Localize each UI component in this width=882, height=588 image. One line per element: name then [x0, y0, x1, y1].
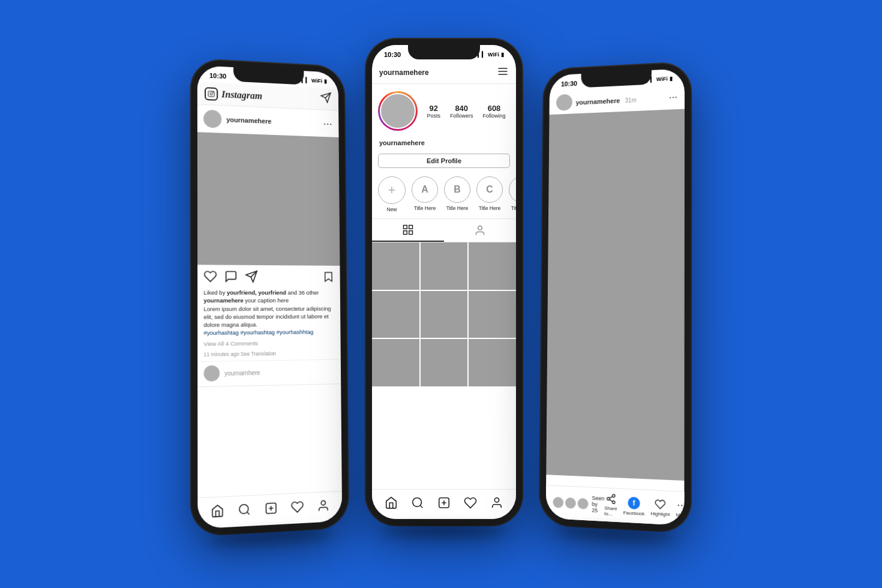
hamburger-menu[interactable]	[497, 65, 509, 80]
like-button[interactable]	[203, 269, 217, 286]
photo-3[interactable]	[469, 242, 516, 290]
highlight-action[interactable]: Highlight	[650, 498, 670, 517]
posts-count: 92	[427, 104, 440, 113]
svg-rect-20	[409, 231, 413, 235]
wifi-icon-2: WiFi	[488, 52, 499, 58]
highlight-a-circle[interactable]: A	[412, 176, 438, 203]
phone-feed-screen: 10:30 ▎▎▎ WiFi ▮ I	[197, 65, 342, 529]
nav-add-2[interactable]	[437, 496, 451, 512]
profile-avatar[interactable]	[380, 93, 416, 129]
comment-input[interactable]: yournamhere	[224, 368, 335, 376]
highlight-b-circle[interactable]: B	[444, 176, 470, 203]
liked-text: Liked by	[203, 289, 227, 296]
nav-heart[interactable]	[291, 500, 304, 517]
highlight-new: + New	[378, 176, 406, 212]
seen-dot-2	[565, 497, 576, 509]
caption-username[interactable]: yournamehere	[203, 297, 243, 304]
save-button[interactable]	[323, 271, 334, 287]
view-comments-link[interactable]: View All 4 Comments	[203, 340, 258, 347]
highlight-c-circle[interactable]: C	[476, 176, 503, 203]
photo-6[interactable]	[469, 291, 516, 338]
comment-button[interactable]	[224, 270, 238, 286]
tab-grid[interactable]	[372, 219, 444, 242]
profile-stats: 92 Posts 840 Followers 608 Following	[422, 104, 510, 119]
more-action[interactable]: ⋯ More	[676, 499, 685, 518]
story-user-info: yournamehere 31m	[556, 91, 637, 111]
see-translation[interactable]: See Translation	[241, 350, 276, 357]
time-text: 11 minutes ago	[203, 351, 239, 358]
camera-logo-icon	[205, 87, 218, 101]
story-highlights: + New A Title Here B Title Here C Title …	[372, 173, 516, 219]
followers-label: Followers	[450, 113, 473, 119]
post-action-left	[203, 269, 258, 286]
photo-5[interactable]	[421, 291, 468, 338]
profile-avatar-wrapper	[378, 91, 418, 131]
seen-dot-3	[578, 498, 589, 509]
photo-2[interactable]	[421, 242, 468, 290]
following-count: 608	[483, 104, 506, 113]
stat-followers: 840 Followers	[450, 104, 473, 119]
wifi-icon: WiFi	[311, 77, 322, 84]
svg-point-29	[607, 497, 610, 500]
battery-icon: ▮	[324, 79, 327, 85]
caption-body: Lorem ipsum dolor sit amet, consectetur …	[203, 305, 331, 328]
nav-search[interactable]	[238, 502, 251, 520]
send-icon[interactable]	[320, 91, 331, 106]
phone-profile-screen: 10:30 ▎▎▎ WiFi ▮ yournamehere	[372, 45, 516, 519]
svg-point-30	[612, 501, 615, 504]
facebook-label: Facebook	[623, 509, 645, 516]
share-to-label: Share to...	[604, 505, 617, 517]
story-seen: Seen by 25	[553, 493, 604, 514]
nav-heart-2[interactable]	[464, 496, 477, 512]
status-time-3: 10:30	[561, 80, 577, 88]
highlight-a-label: Title Here	[412, 205, 438, 211]
phones-container: 10:30 ▎▎▎ WiFi ▮ I	[192, 51, 690, 537]
facebook-action[interactable]: f Facebook	[623, 496, 645, 517]
seen-dots	[553, 497, 588, 509]
svg-point-1	[210, 92, 212, 95]
phone-feed: 10:30 ▎▎▎ WiFi ▮ I	[191, 59, 348, 535]
post-more-button[interactable]: ⋯	[323, 118, 333, 130]
phone-story-screen: 10:30 ▎▎▎ WiFi ▮ yournamehere 31m ⋯	[546, 68, 685, 526]
story-username: yournamehere	[576, 97, 620, 106]
seen-count: Seen by 25	[592, 495, 604, 514]
svg-line-9	[247, 512, 250, 514]
post-username: yournamehere	[226, 116, 271, 125]
svg-point-2	[213, 92, 214, 92]
nav-search-2[interactable]	[411, 496, 424, 512]
hashtags[interactable]: #yourhashtag #yourhashtag #yourhashhtag	[203, 329, 313, 337]
nav-profile[interactable]	[317, 499, 330, 515]
highlight-d-circle[interactable]: D	[509, 176, 516, 203]
post-user[interactable]: yournamehere	[203, 110, 271, 130]
photo-9[interactable]	[469, 339, 516, 386]
nav-profile-2[interactable]	[490, 496, 503, 512]
nav-home-2[interactable]	[385, 496, 398, 512]
photo-8[interactable]	[421, 339, 468, 386]
profile-avatar-ring	[378, 91, 418, 131]
post-avatar	[203, 110, 221, 128]
posts-label: Posts	[427, 113, 440, 119]
comment-bar: yournamhere	[197, 359, 341, 387]
svg-marker-7	[325, 272, 332, 281]
share-button[interactable]	[245, 270, 258, 286]
profile-username-header: yournamehere	[379, 68, 429, 77]
highlight-new-label: New	[378, 206, 406, 212]
story-avatar	[556, 94, 572, 111]
photo-1[interactable]	[372, 242, 419, 290]
share-to-action[interactable]: Share to...	[604, 493, 617, 517]
photo-4[interactable]	[372, 291, 419, 338]
add-highlight-button[interactable]: +	[378, 176, 406, 204]
facebook-icon: f	[628, 496, 640, 509]
nav-home[interactable]	[211, 504, 224, 521]
tab-tagged[interactable]	[444, 219, 516, 242]
instagram-wordmark: Instagram	[221, 89, 262, 101]
nav-add[interactable]	[265, 501, 278, 518]
edit-profile-button[interactable]: Edit Profile	[378, 154, 510, 168]
profile-info: 92 Posts 840 Followers 608 Following	[372, 84, 516, 136]
highlight-b: B Title Here	[444, 176, 470, 212]
seen-dot-1	[553, 497, 563, 508]
highlight-b-label: Title Here	[444, 205, 470, 211]
story-time: 31m	[625, 97, 637, 104]
story-more-button[interactable]: ⋯	[669, 92, 677, 102]
photo-7[interactable]	[372, 339, 419, 386]
